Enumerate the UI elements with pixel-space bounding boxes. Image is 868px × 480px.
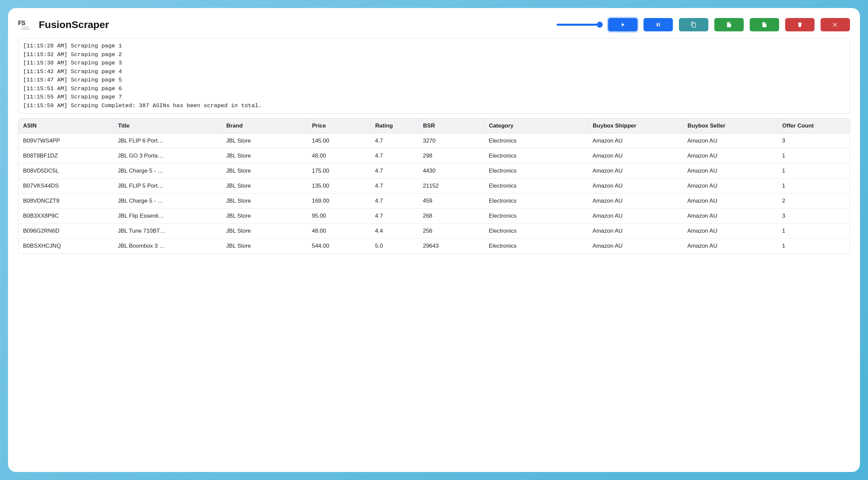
cell-shipper: Amazon AU xyxy=(588,164,683,179)
cell-rating: 4.7 xyxy=(371,194,418,209)
table-row[interactable]: B08T8BF1DZJBL GO 3 Porta…JBL Store48.004… xyxy=(19,148,849,164)
cell-rating: 4.7 xyxy=(371,164,418,179)
slider-thumb[interactable] xyxy=(597,22,603,28)
cell-brand: JBL Store xyxy=(221,148,307,164)
cell-rating: 4.4 xyxy=(371,224,418,239)
cell-title: JBL Tune 710BT… xyxy=(113,224,221,239)
logo-mark: FS xyxy=(18,20,25,26)
cell-rating: 5.0 xyxy=(371,239,418,254)
cell-brand: JBL Store xyxy=(221,164,307,179)
trash-icon xyxy=(797,22,803,28)
file-xls-icon xyxy=(762,22,768,28)
results-table: ASINTitleBrandPriceRatingBSRCategoryBuyb… xyxy=(19,118,849,253)
cell-offers: 1 xyxy=(777,164,849,179)
cell-price: 145.00 xyxy=(307,134,370,148)
cell-asin: B096G2RN6D xyxy=(19,224,113,239)
app-window: FS FUSION SCRAPER FusionScraper CSV xyxy=(8,8,860,472)
cell-offers: 3 xyxy=(777,209,849,224)
cell-asin: B09V7WS4PP xyxy=(19,134,113,148)
cell-category: Electronics xyxy=(484,148,588,164)
cell-asin: B07VKS44DS xyxy=(19,179,113,194)
svg-text:CSV: CSV xyxy=(728,25,731,27)
copy-icon xyxy=(690,22,696,28)
cell-seller: Amazon AU xyxy=(683,179,777,194)
export-xls-button[interactable] xyxy=(750,18,779,31)
close-icon xyxy=(832,22,838,28)
delete-button[interactable] xyxy=(785,18,814,31)
column-header[interactable]: BSR xyxy=(418,118,484,134)
cell-category: Electronics xyxy=(484,164,588,179)
column-header[interactable]: Offer Count xyxy=(777,118,849,134)
column-header[interactable]: Buybox Shipper xyxy=(588,118,683,134)
cell-shipper: Amazon AU xyxy=(588,148,683,164)
results-table-wrap: ASINTitleBrandPriceRatingBSRCategoryBuyb… xyxy=(18,118,850,254)
cell-brand: JBL Store xyxy=(221,224,307,239)
cell-shipper: Amazon AU xyxy=(588,194,683,209)
cell-bsr: 3270 xyxy=(418,134,484,148)
column-header[interactable]: Category xyxy=(484,118,588,134)
table-row[interactable]: B07VKS44DSJBL FLIP 5 Port…JBL Store135.0… xyxy=(19,179,849,194)
cell-offers: 3 xyxy=(777,134,849,148)
table-row[interactable]: B08VD5DC5LJBL Charge 5 - …JBL Store175.0… xyxy=(19,164,849,179)
cell-asin: B08VDNCZT9 xyxy=(19,194,113,209)
play-icon xyxy=(620,22,626,28)
cell-seller: Amazon AU xyxy=(683,148,777,164)
cell-shipper: Amazon AU xyxy=(588,224,683,239)
cell-bsr: 29643 xyxy=(418,239,484,254)
cell-price: 95.00 xyxy=(307,209,370,224)
play-button[interactable] xyxy=(608,18,638,31)
table-row[interactable]: B096G2RN6DJBL Tune 710BT…JBL Store48.004… xyxy=(19,224,849,239)
cell-title: JBL Charge 5 - … xyxy=(113,164,221,179)
cell-category: Electronics xyxy=(484,209,588,224)
cell-title: JBL Charge 5 - … xyxy=(113,194,221,209)
table-row[interactable]: B0BSXHCJNQJBL Boombox 3 …JBL Store544.00… xyxy=(19,239,849,254)
file-csv-icon: CSV xyxy=(726,22,732,28)
cell-brand: JBL Store xyxy=(221,239,307,254)
table-body: B09V7WS4PPJBL FLIP 6 Port…JBL Store145.0… xyxy=(19,134,849,254)
copy-button[interactable] xyxy=(679,18,708,31)
cell-shipper: Amazon AU xyxy=(588,134,683,148)
cell-bsr: 298 xyxy=(418,148,484,164)
app-logo: FS FUSION SCRAPER xyxy=(18,18,33,32)
cell-price: 135.00 xyxy=(307,179,370,194)
app-title: FusionScraper xyxy=(39,19,109,30)
table-row[interactable]: B08VDNCZT9JBL Charge 5 - …JBL Store169.0… xyxy=(19,194,849,209)
cell-seller: Amazon AU xyxy=(683,239,777,254)
speed-slider[interactable] xyxy=(557,24,600,26)
cell-brand: JBL Store xyxy=(221,134,307,148)
cell-offers: 1 xyxy=(777,239,849,254)
cell-seller: Amazon AU xyxy=(683,134,777,148)
cell-price: 48.00 xyxy=(307,224,370,239)
cell-category: Electronics xyxy=(484,194,588,209)
cell-rating: 4.7 xyxy=(371,179,418,194)
table-row[interactable]: B09V7WS4PPJBL FLIP 6 Port…JBL Store145.0… xyxy=(19,134,849,148)
table-row[interactable]: B0B3XX8P9CJBL Flip Essenti…JBL Store95.0… xyxy=(19,209,849,224)
cell-asin: B0B3XX8P9C xyxy=(19,209,113,224)
export-csv-button[interactable]: CSV xyxy=(714,18,744,31)
pause-button[interactable] xyxy=(644,18,673,31)
cell-brand: JBL Store xyxy=(221,194,307,209)
cell-offers: 1 xyxy=(777,148,849,164)
cell-price: 169.00 xyxy=(307,194,370,209)
log-panel: [11:15:28 AM] Scraping page 1 [11:15:32 … xyxy=(18,38,850,113)
column-header[interactable]: Rating xyxy=(371,118,418,134)
cell-title: JBL Flip Essenti… xyxy=(113,209,221,224)
cell-shipper: Amazon AU xyxy=(588,239,683,254)
cell-brand: JBL Store xyxy=(221,179,307,194)
column-header[interactable]: Brand xyxy=(221,118,307,134)
header-bar: FS FUSION SCRAPER FusionScraper CSV xyxy=(18,18,850,32)
column-header[interactable]: Buybox Seller xyxy=(683,118,777,134)
cell-brand: JBL Store xyxy=(221,209,307,224)
column-header[interactable]: ASIN xyxy=(19,118,113,134)
cell-offers: 1 xyxy=(777,179,849,194)
cell-category: Electronics xyxy=(484,224,588,239)
cell-asin: B08T8BF1DZ xyxy=(19,148,113,164)
cell-rating: 4.7 xyxy=(371,134,418,148)
column-header[interactable]: Price xyxy=(307,118,370,134)
column-header[interactable]: Title xyxy=(113,118,221,134)
cell-bsr: 4430 xyxy=(418,164,484,179)
cell-offers: 2 xyxy=(777,194,849,209)
cell-seller: Amazon AU xyxy=(683,164,777,179)
close-button[interactable] xyxy=(820,18,850,31)
table-header: ASINTitleBrandPriceRatingBSRCategoryBuyb… xyxy=(19,118,849,134)
